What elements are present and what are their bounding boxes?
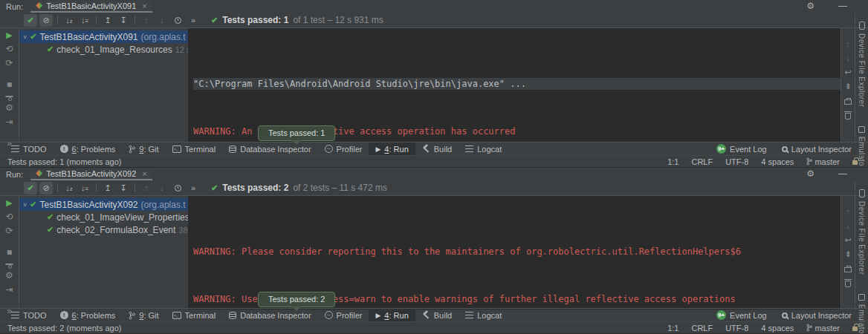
test-history-icon[interactable]: [171, 14, 184, 27]
rerun-icon[interactable]: ▶: [6, 198, 12, 208]
expand-all-icon[interactable]: ↥: [101, 14, 114, 27]
hide-window-icon[interactable]: —: [838, 168, 847, 179]
show-passed-icon[interactable]: ✔: [24, 14, 37, 27]
import-tests-icon[interactable]: ⇥: [5, 285, 13, 295]
settings-gear-icon[interactable]: ⚙: [806, 168, 814, 179]
show-ignored-icon[interactable]: ⊘: [39, 182, 53, 194]
statusbar-run[interactable]: ▶4: Run: [369, 143, 415, 155]
file-encoding[interactable]: UTF-8: [725, 157, 748, 166]
statusbar-database-inspector[interactable]: Database Inspector: [222, 143, 317, 155]
down-stacktrace-icon[interactable]: ↓: [846, 222, 850, 230]
collapse-all-icon[interactable]: ↧: [117, 182, 130, 194]
show-passed-icon[interactable]: ✔: [24, 182, 37, 194]
more-toolbar-icon[interactable]: »: [187, 182, 200, 194]
thread-dump-icon[interactable]: [5, 96, 13, 97]
statusbar-profiler[interactable]: ~Profiler: [318, 143, 369, 155]
statusbar-git[interactable]: 9: Git: [122, 309, 165, 321]
rerun-failed-tests-icon[interactable]: ⟲: [5, 45, 13, 54]
event-log-button[interactable]: 9+Event Log: [716, 144, 767, 154]
test-case-row[interactable]: ✔ check_01_Image_Resources 12 s 931 ms: [19, 43, 188, 56]
layout-inspector-button[interactable]: Layout Inspector: [782, 145, 852, 154]
clear-all-icon[interactable]: [845, 113, 851, 119]
scroll-to-end-icon[interactable]: ⇟: [844, 250, 851, 258]
show-ignored-icon[interactable]: ⊘: [39, 14, 53, 27]
indent-setting[interactable]: 4 spaces: [761, 324, 794, 333]
git-branch-widget[interactable]: master: [806, 157, 840, 166]
statusbar-problems[interactable]: !6: Problems: [54, 309, 123, 321]
caret-position[interactable]: 1:1: [667, 157, 678, 166]
lock-icon[interactable]: [852, 327, 858, 331]
chevron-down-icon[interactable]: ˅: [23, 33, 27, 41]
summary-detail: of 2 tests – 11 s 472 ms: [293, 183, 387, 193]
sort-by-duration-icon[interactable]: ↓≡: [78, 182, 91, 194]
print-icon[interactable]: [844, 99, 852, 105]
test-history-icon[interactable]: [171, 182, 184, 194]
statusbar-terminal[interactable]: >_Terminal: [166, 309, 223, 321]
stop-icon[interactable]: ■: [7, 248, 12, 258]
line-separator[interactable]: CRLF: [691, 157, 713, 166]
test-settings-gear-icon[interactable]: ⚙: [5, 103, 13, 113]
next-failed-test-icon[interactable]: ↓: [155, 182, 169, 194]
console-right-toolbar: ↑ ↓ ↩ ⇟: [841, 28, 855, 142]
more-toolbar-icon[interactable]: »: [187, 14, 200, 27]
statusbar-problems[interactable]: !6: Problems: [54, 143, 123, 155]
git-branch-widget[interactable]: master: [806, 324, 840, 333]
sort-alphabetically-icon[interactable]: ↓z: [62, 14, 76, 27]
chevron-down-icon[interactable]: ˅: [23, 201, 27, 209]
statusbar-run[interactable]: ▶4: Run: [369, 309, 415, 321]
indent-setting[interactable]: 4 spaces: [761, 157, 794, 166]
statusbar-todo[interactable]: TODO: [4, 143, 54, 155]
close-icon[interactable]: ×: [142, 1, 146, 10]
import-tests-icon[interactable]: ⇥: [5, 117, 13, 127]
hide-window-icon[interactable]: —: [838, 1, 847, 11]
clear-all-icon[interactable]: [845, 281, 851, 287]
test-root-row[interactable]: ˅ ✔ TestB1BasicActivityX092 (org.aplas.t…: [19, 198, 188, 211]
run-tab[interactable]: TestB1BasicActivityX091 ×: [30, 1, 152, 13]
previous-failed-test-icon[interactable]: ↑: [140, 182, 153, 194]
soft-wrap-icon[interactable]: ↩: [844, 236, 851, 244]
test-case-row[interactable]: ✔ check_01_ImageView_Properties 11 s 91 …: [19, 211, 188, 223]
line-separator[interactable]: CRLF: [691, 324, 713, 333]
test-case-row[interactable]: ✔ check_02_FormulaBox_Event 381 ms: [19, 223, 188, 236]
statusbar-todo[interactable]: TODO: [4, 309, 54, 321]
expand-all-icon[interactable]: ↥: [101, 182, 114, 194]
scroll-to-end-icon[interactable]: ⇟: [844, 82, 851, 91]
lock-icon[interactable]: [852, 160, 858, 165]
statusbar-database-inspector[interactable]: Database Inspector: [222, 309, 317, 321]
sort-by-duration-icon[interactable]: ↓≡: [78, 14, 91, 27]
file-encoding[interactable]: UTF-8: [725, 324, 748, 333]
stop-icon[interactable]: ■: [7, 80, 12, 90]
run-tab[interactable]: TestB1BasicActivityX092 ×: [30, 168, 152, 180]
rerun-failed-tests-icon[interactable]: ⟲: [5, 212, 13, 222]
statusbar-terminal[interactable]: >_Terminal: [166, 143, 223, 155]
statusbar-logcat[interactable]: Logcat: [459, 309, 508, 321]
statusbar-build[interactable]: Build: [415, 143, 459, 155]
sort-alphabetically-icon[interactable]: ↓z: [62, 182, 76, 194]
layout-inspector-button[interactable]: Layout Inspector: [782, 311, 852, 320]
settings-gear-icon[interactable]: ⚙: [806, 1, 814, 11]
close-icon[interactable]: ×: [142, 169, 146, 178]
test-root-row[interactable]: ˅ ✔ TestB1BasicActivityX091 (org.aplas.t…: [19, 30, 188, 43]
statusbar-profiler[interactable]: ~Profiler: [318, 309, 369, 321]
statusbar-git[interactable]: 9: Git: [122, 143, 165, 155]
dock-device-file-explorer[interactable]: Device File Explorer: [858, 189, 866, 275]
rerun-icon[interactable]: ▶: [6, 30, 12, 40]
statusbar-build[interactable]: Build: [415, 309, 459, 321]
dock-device-file-explorer[interactable]: Device File Explorer: [858, 22, 866, 107]
up-stacktrace-icon[interactable]: ↑: [846, 40, 850, 48]
toggle-auto-test-icon[interactable]: ⟳: [5, 226, 13, 236]
up-stacktrace-icon[interactable]: ↑: [846, 208, 850, 216]
statusbar-right: 9+Event Log Layout Inspector: [716, 144, 864, 154]
soft-wrap-icon[interactable]: ↩: [844, 68, 851, 76]
caret-position[interactable]: 1:1: [667, 324, 678, 333]
down-stacktrace-icon[interactable]: ↓: [846, 54, 850, 62]
test-settings-gear-icon[interactable]: ⚙: [5, 271, 13, 281]
print-icon[interactable]: [844, 267, 852, 272]
thread-dump-icon[interactable]: [5, 263, 13, 265]
event-log-button[interactable]: 9+Event Log: [716, 310, 767, 320]
next-failed-test-icon[interactable]: ↓: [155, 14, 169, 27]
toggle-auto-test-icon[interactable]: ⟳: [5, 59, 13, 68]
previous-failed-test-icon[interactable]: ↑: [140, 14, 153, 27]
collapse-all-icon[interactable]: ↧: [117, 14, 130, 27]
statusbar-logcat[interactable]: Logcat: [459, 143, 508, 155]
